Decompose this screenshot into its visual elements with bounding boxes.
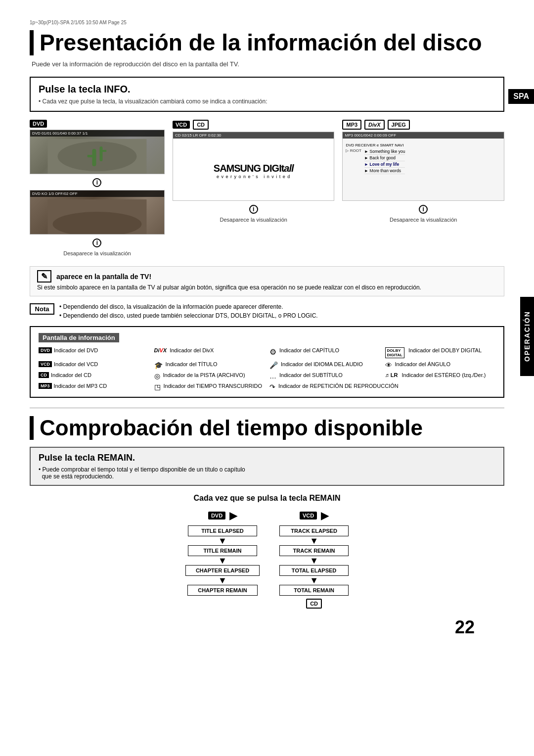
indicator-text-cd: Indicador del CD	[51, 372, 91, 378]
indicator-cd: CD Indicador del CD	[39, 372, 149, 380]
indicator-titulo: 🎓 Indicador del TÍTULO	[154, 361, 265, 369]
remain-vcd-col: VCD ▶ TRACK ELAPSED ▼ TRACK REMAIN ▼ TOT…	[279, 510, 349, 607]
remain-dvd-item-1: TITLE ELAPSED	[188, 525, 257, 536]
mp3-badge: MP3	[342, 120, 361, 130]
remain-vcd-flow: TRACK ELAPSED ▼ TRACK REMAIN ▼ TOTAL ELA…	[279, 525, 349, 596]
indicator-divx: DiVX Indicador del DivX	[154, 347, 265, 358]
remain-dvd-arrow-3: ▼	[218, 576, 227, 585]
remain-vcd-item-1: TRACK ELAPSED	[279, 525, 349, 536]
remain-dvd-arrow-1: ▼	[218, 536, 227, 545]
remain-section: Cada vez que se pulsa la tecla REMAIN DV…	[30, 494, 504, 607]
indicator-icon-tiempo: ◳	[154, 383, 161, 391]
remain-dvd-flow: TITLE ELAPSED ▼ TITLE REMAIN ▼ CHAPTER E…	[185, 525, 260, 596]
remain-dvd-item-3: CHAPTER ELAPSED	[185, 565, 260, 576]
symbol-text: Si este símbolo aparece en la pantalla d…	[37, 284, 497, 291]
dvd-screen2: DVD KO 1/3 OFF/02 OFF	[30, 190, 165, 235]
indicator-text-divx: Indicador del DivX	[170, 347, 214, 353]
section1-subtitle: Puede ver la información de reproducción…	[32, 60, 504, 68]
indicator-text-titulo: Indicador del TÍTULO	[166, 361, 218, 367]
pulse-info-heading: Pulse la tecla INFO.	[39, 84, 495, 95]
dvd-dot1: i	[92, 178, 101, 187]
pulse-remain-box: Pulse la tecla REMAIN. • Puede comprobar…	[30, 447, 504, 486]
samsung-logo: SAMSUNG DIGItall	[214, 163, 294, 174]
dvd-badge: DVD	[30, 120, 47, 128]
indicator-icon-titulo: 🎓	[154, 361, 163, 369]
section2-title: Comprobación del tiempo disponible	[30, 416, 504, 440]
pulse-remain-bullet2: que se está reproduciendo.	[39, 473, 495, 480]
indicator-vcd: VCD Indicador del VCD	[39, 361, 149, 369]
remain-arrow-right-dvd: ▶	[229, 510, 237, 521]
indicator-text-subtitulo: Indicador del SUBTÍTULO	[279, 372, 343, 378]
indicator-badge-mp3: MP3	[39, 383, 52, 389]
dvd-desaparece: Desaparece la visualización	[30, 250, 165, 256]
indicator-badge-divx: DiVX	[154, 347, 167, 353]
nota-box: Nota • Dependiendo del disco, la visuali…	[30, 303, 504, 319]
svg-rect-5	[99, 150, 106, 152]
indicator-estereo: ♬ LR Indicador del ESTÉREO (Izq./Der.)	[385, 372, 496, 380]
mp3-nav: DVD RECEIVER e SMART NAVI	[346, 143, 403, 147]
mp3-song-1: ► Something like you	[364, 148, 405, 155]
indicator-badge-dolby: DOLBYDIGITAL	[385, 347, 404, 358]
pantalla-title: Pantalla de información	[39, 333, 119, 342]
dvd-dot2: i	[92, 238, 101, 247]
indicator-text-capitulo: Indicador del CAPÍTULO	[279, 347, 339, 353]
remain-vcd-item-2: TRACK REMAIN	[279, 545, 349, 556]
jpeg-badge: JPEG	[388, 120, 410, 130]
remain-vcd-arrow-2: ▼	[310, 556, 318, 565]
dvd-info-bar1: DVD 01/01 001/040 0:00:37 1/1	[30, 130, 164, 137]
section1-title: Presentación de la información del disco	[30, 30, 504, 55]
indicator-icon-audio: 🎤	[269, 361, 278, 369]
nota-item-2: • Dependiendo del disco, usted puede tam…	[59, 312, 318, 319]
indicator-text-pista: Indicador de la PISTA (ARCHIVO)	[163, 372, 245, 378]
remain-cd-badge: CD	[306, 599, 322, 609]
mp3-song-2: ► Back for good	[364, 155, 405, 161]
vcd-badge: VCD	[173, 121, 190, 129]
screens-row: DVD DVD 01/01 001/040 0:00:37 1/1	[30, 120, 504, 256]
vcd-desaparece: Desaparece la visualización	[173, 217, 335, 223]
remain-vcd-arrow-3: ▼	[310, 576, 318, 585]
remain-vcd-arrow-1: ▼	[310, 536, 318, 545]
indicator-pista: ◎ Indicador de la PISTA (ARCHIVO)	[154, 372, 265, 380]
svg-point-1	[57, 142, 136, 171]
operacion-tab: OPERACIÓN	[520, 297, 534, 376]
dvd-screen1: DVD 01/01 001/040 0:00:37 1/1	[30, 130, 165, 174]
indicator-badge-dvd: DVD	[39, 347, 52, 353]
spa-tab: SPA	[508, 89, 534, 104]
mp3-desaparece: Desaparece la visualización	[342, 217, 504, 223]
indicator-text-vcd: Indicador del VCD	[54, 361, 98, 367]
samsung-tagline: e v e r y o n e ' s i n v i t e d	[214, 174, 294, 179]
indicators-grid: DVD Indicador del DVD DiVX Indicador del…	[39, 347, 495, 391]
dvd-col: DVD DVD 01/01 001/040 0:00:37 1/1	[30, 120, 165, 256]
mp3-dot: i	[419, 205, 428, 214]
nota-label: Nota	[30, 303, 54, 315]
indicator-text-audio: Indicador del IDIOMA DEL AUDIO	[281, 361, 363, 367]
remain-dvd-col: DVD ▶ TITLE ELAPSED ▼ TITLE REMAIN ▼ CHA…	[185, 510, 260, 596]
indicator-icon-angulo: 👁	[385, 361, 392, 369]
indicator-capitulo: ⚙ Indicador del CAPÍTULO	[269, 347, 380, 358]
indicator-icon-rep: ↷	[269, 383, 275, 391]
indicator-tiempo: ◳ Indicador del TIEMPO TRANSCURRIDO	[154, 383, 265, 391]
indicator-icon-subtitulo: …	[269, 372, 276, 380]
nota-item-1: • Dependiendo del disco, la visualizació…	[59, 303, 318, 310]
svg-rect-4	[99, 146, 102, 161]
indicator-text-dolby: Indicador del DOLBY DIGITAL	[408, 347, 482, 353]
indicator-text-tiempo: Indicador del TIEMPO TRANSCURRIDO	[164, 383, 262, 389]
indicator-lr-badge: ♬ LR	[385, 372, 398, 378]
mp3-info-bar: MP3 0001/0042 0:00:09 OFF	[343, 132, 504, 139]
nota-content: • Dependiendo del disco, la visualizació…	[59, 303, 318, 319]
indicator-icon-capitulo: ⚙	[269, 347, 276, 357]
remain-dvd-item-2: TITLE REMAIN	[188, 545, 257, 556]
indicator-text-rep: Indicador de REPETICIÓN DE REPRODUCCIÓN	[278, 383, 399, 389]
pulse-remain-heading: Pulse la tecla REMAIN.	[39, 453, 495, 463]
remain-dvd-badge: DVD	[208, 512, 225, 520]
mp3-song-4: ► More than words	[364, 168, 405, 174]
print-info: 1p~30p(P10)-SPA 2/1/05 10:50 AM Page 25	[30, 20, 504, 25]
mp3-screen: MP3 0001/0042 0:00:09 OFF DVD RECEIVER e…	[342, 132, 504, 201]
divx-badge: DivX	[364, 120, 384, 130]
indicator-text-estereo: Indicador del ESTÉREO (Izq./Der.)	[401, 372, 486, 378]
indicator-audio: 🎤 Indicador del IDIOMA DEL AUDIO	[269, 361, 380, 369]
indicator-repeticion: ↷ Indicador de REPETICIÓN DE REPRODUCCIÓ…	[269, 383, 495, 391]
symbol-section: ✎ aparece en la pantalla de TV! Si este …	[30, 266, 504, 296]
remain-vcd-item-4: TOTAL REMAIN	[279, 585, 349, 596]
indicator-angulo: 👁 Indicador del ÁNGULO	[385, 361, 496, 369]
